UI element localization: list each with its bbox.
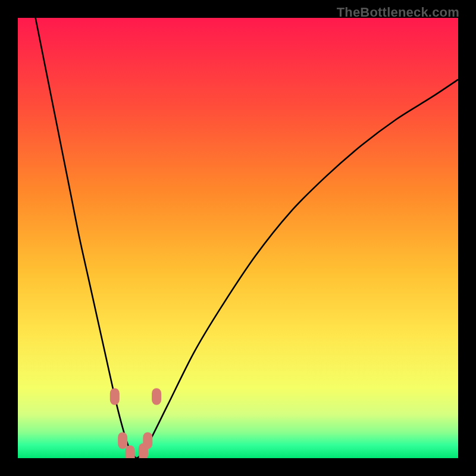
bottleneck-curve [36, 18, 458, 458]
plot-area [18, 18, 458, 458]
valley-marker [143, 432, 152, 449]
valley-markers [110, 388, 161, 458]
curve-layer [18, 18, 458, 458]
valley-marker [126, 446, 135, 458]
valley-marker [152, 388, 161, 405]
valley-marker [110, 388, 120, 405]
valley-marker [118, 432, 127, 449]
chart-frame: TheBottleneck.com [0, 0, 476, 476]
